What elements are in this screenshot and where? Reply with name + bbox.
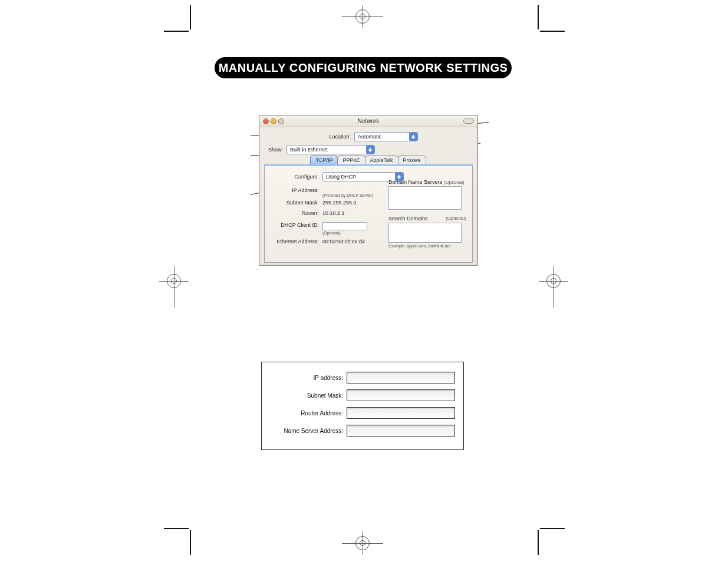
crop-mark-bottom-right bbox=[535, 525, 565, 555]
tab-appletalk[interactable]: AppleTalk bbox=[365, 156, 398, 165]
tab-proxies[interactable]: Proxies bbox=[398, 156, 426, 165]
location-select[interactable]: Automatic bbox=[354, 132, 418, 141]
search-domains-input[interactable] bbox=[388, 223, 462, 243]
configure-label: Configure: bbox=[285, 174, 319, 180]
registration-mark-right bbox=[539, 266, 568, 308]
dns-input[interactable] bbox=[388, 186, 462, 210]
tab-bar: TCP/IP PPPoE AppleTalk Proxies bbox=[259, 156, 477, 165]
window-titlebar: Network bbox=[259, 115, 477, 127]
show-value: Built-in Ethernet bbox=[290, 147, 328, 153]
writein-router-label: Router Address: bbox=[270, 410, 347, 416]
writein-dns-input[interactable] bbox=[347, 425, 455, 437]
window-title: Network bbox=[259, 118, 477, 124]
network-window: Network Location: Automatic Show: Built-… bbox=[259, 115, 478, 266]
registration-mark-bottom bbox=[342, 531, 383, 555]
crop-mark-top-left bbox=[164, 5, 193, 34]
toolbar-toggle-icon[interactable] bbox=[463, 118, 474, 124]
show-select[interactable]: Built-in Ethernet bbox=[286, 145, 375, 154]
subnet-label: Subnet Mask: bbox=[265, 200, 319, 206]
search-domains-label: Search Domains bbox=[388, 216, 428, 222]
configure-value: Using DHCP bbox=[326, 174, 356, 180]
dhcp-client-id-input[interactable] bbox=[322, 222, 367, 230]
tab-tcpip[interactable]: TCP/IP bbox=[310, 156, 338, 165]
writein-ip-input[interactable] bbox=[347, 372, 455, 384]
dns-optional: (Optional) bbox=[444, 180, 465, 185]
ip-note: (Provided by DHCP Server) bbox=[322, 187, 373, 197]
page-title: MANUALLY CONFIGURING NETWORK SETTINGS bbox=[215, 57, 512, 78]
ip-label: IP Address: bbox=[265, 187, 319, 193]
show-label: Show: bbox=[264, 147, 283, 153]
registration-mark-top bbox=[342, 5, 383, 28]
dhcp-client-id-label: DHCP Client ID: bbox=[265, 222, 319, 228]
location-value: Automatic bbox=[358, 134, 381, 140]
registration-mark-left bbox=[159, 266, 189, 308]
tcpip-pane: Configure: Using DHCP IP Address: (Provi… bbox=[264, 164, 473, 263]
search-domains-example: Example: apple.com, earthlink.net bbox=[388, 244, 466, 248]
writein-dns-label: Name Server Address: bbox=[270, 428, 347, 434]
search-domains-optional: (Optional) bbox=[446, 216, 466, 222]
router-label: Router: bbox=[265, 210, 319, 216]
writein-box: IP address: Subnet Mask: Router Address:… bbox=[261, 362, 464, 450]
tab-pppoe[interactable]: PPPoE bbox=[337, 156, 365, 165]
location-label: Location: bbox=[319, 134, 351, 140]
writein-subnet-input[interactable] bbox=[347, 389, 455, 401]
dhcp-client-id-note: (Optional) bbox=[322, 231, 367, 235]
ethernet-address-label: Ethernet Address: bbox=[265, 239, 319, 244]
writein-router-input[interactable] bbox=[347, 407, 455, 419]
chevron-updown-icon bbox=[409, 133, 417, 141]
crop-mark-top-right bbox=[535, 5, 565, 34]
chevron-updown-icon bbox=[366, 146, 374, 154]
crop-mark-bottom-left bbox=[164, 525, 193, 555]
subnet-value: 255.255.255.0 bbox=[322, 200, 357, 206]
dns-label: Domain Name Servers bbox=[388, 179, 442, 185]
ethernet-address-value: 00:03:93:0b:c6:d4 bbox=[322, 239, 365, 244]
writein-subnet-label: Subnet Mask: bbox=[270, 392, 347, 399]
router-value: 10.10.2.1 bbox=[322, 210, 345, 216]
writein-ip-label: IP address: bbox=[270, 375, 347, 381]
